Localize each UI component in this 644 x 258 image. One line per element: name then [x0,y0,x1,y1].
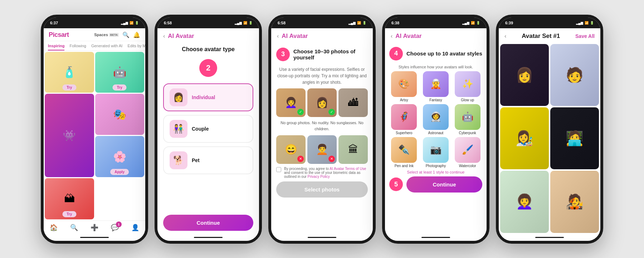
photo-item-6[interactable]: 🏛 [338,135,368,164]
phone-2-time: 6:58 [164,21,172,25]
tab-edits[interactable]: Edits by Me [127,41,145,50]
select-hint: Select at least 1 style to continue [389,170,482,174]
avatar-result-4[interactable]: 🧑‍💻 [550,107,599,169]
tab-generated[interactable]: Generated with AI [91,41,122,50]
style-cyberpunk[interactable]: 🤖 Cyberpunk [453,104,482,135]
nav-home[interactable]: 🏠 [50,224,58,232]
terms-link[interactable]: AI Avatar Terms of Use [330,167,366,171]
individual-label: Individual [192,94,215,100]
avatar-result-5[interactable]: 👩‍🦱 [500,171,549,233]
ai-avatar-title-2: AI Avatar [168,33,194,40]
privacy-link[interactable]: Privacy Policy [308,175,330,179]
style-thumb-glowup: ✨ [455,71,480,97]
style-watercolor[interactable]: 🖌️ Watercolor [453,137,482,168]
wifi-icon: 📶 [471,21,475,25]
step-3-row: 3 Choose 10–30 photos of yourself [276,45,368,63]
photo-check-1: ✓ [297,109,304,115]
couple-thumb: 👫 [170,120,187,138]
phone-5-status: ▂▄▆ 📶 🔋 [576,21,594,25]
back-button-2[interactable]: ‹ [163,33,165,39]
wifi-icon: 📶 [585,21,589,25]
feed-apply-btn-1[interactable]: Apply [110,169,129,175]
style-label-cyberpunk: Cyberpunk [459,131,476,135]
style-penink[interactable]: ✒️ Pen and Ink [389,137,419,168]
home-bar [535,237,564,238]
tab-inspiring[interactable]: Inspiring [48,41,64,50]
style-label-astronaut: Astronaut [428,131,444,135]
style-thumb-artsy: 🎨 [391,71,417,97]
nav-profile[interactable]: 👤 [131,224,139,232]
style-astronaut[interactable]: 👩‍🚀 Astronaut [421,104,451,135]
avatar-result-2[interactable]: 🧑 [550,44,599,106]
photo-item-3[interactable]: 🏙 [338,88,368,117]
search-icon[interactable]: 🔍 [122,31,130,38]
consent-text: By proceeding, you agree to AI Avatar Te… [284,167,368,179]
step-4-circle: 4 [389,47,403,60]
feed-try-btn-1[interactable]: Try [62,84,76,91]
step-2-circle: 2 [199,59,217,77]
notification-icon[interactable]: 🔔 [133,31,140,38]
avatar-type-pet[interactable]: 🐕 Pet [163,146,253,174]
style-photography[interactable]: 📷 Photography [421,137,451,168]
tab-following[interactable]: Following [69,41,86,50]
phone-3-time: 6:58 [278,21,286,25]
phone-2-status: ▂▄▆ 📶 🔋 [235,21,253,25]
phone-5: 6:39 ▂▄▆ 📶 🔋 ‹ Avatar Set #1 Save All 👩 … [496,15,603,244]
phone-3-status: ▂▄▆ 📶 🔋 [348,21,366,25]
feed-try-btn-2[interactable]: Try [113,84,127,91]
style-label-photography: Photography [426,164,446,168]
avatar-type-couple[interactable]: 👫 Couple [163,115,253,143]
style-artsy[interactable]: 🎨 Artsy [389,71,419,102]
style-glowup[interactable]: ✨ Glow up [453,71,482,102]
photo-check-5: ✕ [328,156,335,162]
style-thumb-fantasy: 🧝 [423,71,449,97]
photo-item-5[interactable]: 🧑‍🦱 ✕ [307,135,337,164]
avatar-set-grid: 👩 🧑 👩‍🎨 🧑‍💻 👩‍🦱 🧑‍🎤 [499,43,600,234]
back-button-4[interactable]: ‹ [391,33,392,39]
phone-5-notch: 6:39 ▂▄▆ 📶 🔋 [499,18,600,28]
style-thumb-watercolor: 🖌️ [455,137,480,163]
header-right: Spaces BETA 🔍 🔔 [94,31,140,38]
phone-4-time: 6:38 [391,21,399,25]
phone-1-home-bar [44,234,145,241]
wifi-icon: 📶 [130,21,133,25]
style-superhero[interactable]: 🦸 Superhero [389,104,419,135]
save-all-button[interactable]: Save All [575,33,595,39]
battery-icon: 🔋 [590,21,594,25]
style-label-artsy: Artsy [400,98,408,102]
avatar-result-3[interactable]: 👩‍🎨 [500,107,549,169]
style-fantasy[interactable]: 🧝 Fantasy [421,71,451,102]
back-button-5[interactable]: ‹ [504,33,506,39]
avatar-result-1[interactable]: 👩 [500,44,549,106]
battery-icon: 🔋 [362,21,366,25]
back-button-3[interactable]: ‹ [277,33,279,39]
nav-chat[interactable]: 💬 1 [111,224,119,232]
photos-grid-bad: 😄 ✕ 🧑‍🦱 ✕ 🏛 [276,135,368,164]
feed-try-btn-3[interactable]: Try [62,211,76,217]
individual-thumb: 👩 [170,88,187,106]
photo-item-2[interactable]: 👩 ✓ [307,88,337,117]
no-rules-text: No group photos. No nudity. No sunglasse… [276,120,368,132]
photo-item-1[interactable]: 👩‍🦱 ✓ [276,88,306,117]
spaces-badge[interactable]: Spaces BETA [94,33,119,37]
pet-thumb: 🐕 [170,151,187,169]
style-thumb-astronaut: 👩‍🚀 [423,104,449,130]
phone-1-time: 6:37 [50,21,58,25]
ai-avatar-title-4: AI Avatar [395,33,421,40]
avatar-type-individual[interactable]: 👩 Individual [163,83,253,111]
continue-button-4[interactable]: Continue [406,176,482,193]
signal-icon: ▂▄▆ [121,21,128,25]
home-bar [80,237,109,238]
phone-4-status: ▂▄▆ 📶 🔋 [462,21,480,25]
bottom-nav: 🏠 🔍 ➕ 💬 1 👤 [44,220,145,234]
avatar-result-6[interactable]: 🧑‍🎤 [550,171,599,233]
select-photos-button[interactable]: Select photos [276,181,368,198]
nav-create[interactable]: ➕ [91,224,98,232]
photo-item-4[interactable]: 😄 ✕ [276,135,306,164]
nav-search[interactable]: 🔍 [70,224,78,232]
continue-button-2[interactable]: Continue [163,215,253,231]
consent-checkbox[interactable] [276,167,281,172]
step-2-heading: Choose avatar type [163,46,253,53]
styles-grid: 🎨 Artsy 🧝 Fantasy ✨ Glow up 🦸 Superhero [389,71,482,168]
feed-item-5: 🌸 Apply [95,136,145,177]
